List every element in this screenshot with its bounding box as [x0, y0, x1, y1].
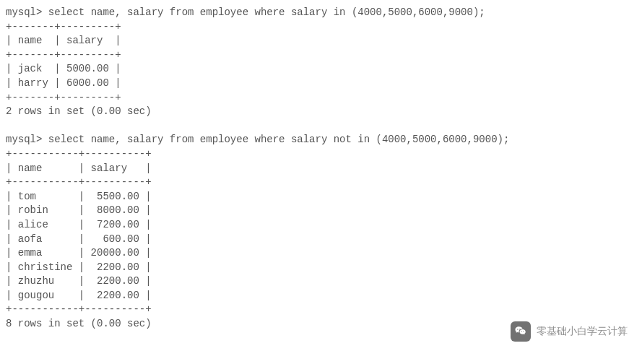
- query1-border: +-------+---------+: [6, 48, 636, 63]
- query2-row: | aofa | 600.00 |: [6, 233, 636, 247]
- query2-row: | tom | 5500.00 |: [6, 190, 636, 204]
- watermark: 零基础小白学云计算: [511, 321, 628, 337]
- query2-border: +-----------+----------+: [6, 176, 636, 190]
- query2-row: | christine | 2200.00 |: [6, 261, 636, 275]
- query2-row: | emma | 20000.00 |: [6, 246, 636, 261]
- query1-command: mysql> select name, salary from employee…: [6, 6, 636, 20]
- query1-row: | harry | 6000.00 |: [6, 77, 636, 91]
- query2-row: | alice | 7200.00 |: [6, 218, 636, 233]
- query1-border: +-------+---------+: [6, 91, 636, 105]
- query2-row: | gougou | 2200.00 |: [6, 289, 636, 303]
- query1-header: | name | salary |: [6, 34, 636, 48]
- wechat-icon: [511, 321, 531, 337]
- query2-row: | robin | 8000.00 |: [6, 204, 636, 218]
- query1-border: +-------+---------+: [6, 20, 636, 35]
- query1-row: | jack | 5000.00 |: [6, 62, 636, 77]
- blank-line: [6, 119, 636, 134]
- query2-border: +-----------+----------+: [6, 303, 636, 317]
- query2-header: | name | salary |: [6, 162, 636, 176]
- query2-row: | zhuzhu | 2200.00 |: [6, 274, 636, 289]
- query1-footer: 2 rows in set (0.00 sec): [6, 105, 636, 119]
- query2-border: +-----------+----------+: [6, 147, 636, 162]
- watermark-text: 零基础小白学云计算: [537, 324, 628, 337]
- query2-command: mysql> select name, salary from employee…: [6, 133, 636, 147]
